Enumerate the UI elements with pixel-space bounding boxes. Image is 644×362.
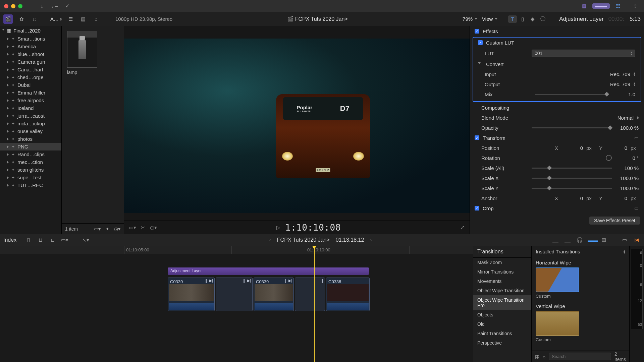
transition-cat-8[interactable]: Perspective [473,338,531,348]
sidebar-item-9[interactable]: ✦Iceland [0,104,61,112]
sidebar-item-8[interactable]: ✦free airpods [0,97,61,104]
transition-cat-7[interactable]: Paint Transitions [473,329,531,338]
transform-checkbox[interactable]: ✓ [475,135,479,140]
audio-skim-icon[interactable]: ⎯⎯ [564,237,572,243]
pill-icon[interactable]: ▬▬▬ [592,3,610,9]
index-button[interactable]: Index [3,237,16,243]
search-input[interactable] [549,353,611,360]
arrow-tool-icon[interactable]: ↖▾ [82,237,90,243]
timeline-ruler[interactable]: 01:10:05:00 01:10:10:00 [0,246,473,254]
timeline-view-icon[interactable]: ▤ [600,237,608,243]
transition-1-thumb[interactable] [536,267,579,292]
clip-2-gap[interactable]: ‖▶| [216,278,253,311]
scalex-value[interactable]: 100.0 % [619,175,639,181]
sidebar-item-14[interactable]: ✦PNG [0,143,61,150]
filter-icon[interactable]: ▭▾ [94,226,101,232]
anchor-y[interactable]: 0 [607,195,627,201]
grid-icon[interactable]: ▦ [580,2,589,10]
sidebar-item-7[interactable]: ✦Emma Miller [0,89,61,97]
share-icon[interactable]: ⇪ [631,2,640,10]
zoom-dropdown[interactable]: 79% [463,16,477,22]
installed-label[interactable]: Installed Transitions [536,249,580,254]
sidebar-item-16[interactable]: ✦rnec…ction [0,158,61,166]
scaleall-slider[interactable] [532,168,612,169]
sidebar-item-18[interactable]: ✦supe…test [0,174,61,181]
display-options-icon[interactable]: ▭▾ [129,225,136,231]
transition-cat-5[interactable]: Objects [473,310,531,319]
position-x[interactable]: 0 [563,145,583,151]
titles-icon[interactable]: ⎌ [30,16,38,22]
skimming-icon[interactable]: ⎯⎯ [551,237,559,243]
sidebar-item-1[interactable]: ✦America [0,43,61,50]
sidebar-item-10[interactable]: ✦jurra…caost [0,112,61,120]
photos-icon[interactable]: ✿ [17,16,25,22]
text-inspector-tab[interactable]: T [508,15,517,23]
transform-onscreen-icon[interactable]: ▭ [634,135,639,140]
sidebar-item-6[interactable]: ✦Dubai [0,81,61,89]
window-minimize[interactable] [11,4,15,8]
fullscreen-icon[interactable]: ⤢ [461,225,465,231]
save-preset-button[interactable]: Save Effects Preset [589,217,640,225]
blend-value[interactable]: Normal [618,115,634,121]
transition-2-thumb[interactable] [536,311,579,336]
mix-value[interactable]: 1.0 [615,92,635,97]
effects-browser-icon[interactable]: ▭ [621,237,629,243]
retime-icon[interactable]: ◷▾ [150,225,157,231]
effects-checkbox[interactable]: ✓ [475,29,479,34]
clock-icon[interactable]: ◷▾ [114,226,120,232]
sidebar-item-0[interactable]: ✦Smar…tions [0,35,61,43]
viewer-timecode[interactable]: 1:10:10:08 [285,223,341,233]
rotation-value[interactable]: 0 ° [619,155,639,161]
mix-slider[interactable] [535,94,608,95]
overwrite-clip-icon[interactable]: ▭▾ [61,237,69,243]
clip-4-gap[interactable]: ‖ [295,278,325,311]
background-tasks-icon[interactable]: ✓ [63,2,72,10]
clip-5[interactable]: C0336 [326,278,370,311]
next-edit-icon[interactable]: › [370,237,372,243]
prev-edit-icon[interactable]: ‹ [269,237,271,243]
position-y[interactable]: 0 [607,145,627,151]
sidebar-item-2[interactable]: ✦blue…shoot [0,50,61,58]
inspector-toggle-icon[interactable]: ☷ [613,2,623,10]
crop-checkbox[interactable]: ✓ [475,206,479,210]
sidebar-item-4[interactable]: ✦Cana…harf [0,66,61,73]
window-close[interactable] [4,4,8,8]
input-value[interactable]: Rec. 709 [610,71,630,77]
import-icon[interactable]: ↓ [37,2,47,10]
filmstrip-icon[interactable]: ☰ [66,16,74,22]
scalex-slider[interactable] [532,178,612,179]
transition-cat-2[interactable]: Movements [473,277,531,286]
window-zoom[interactable] [18,4,22,8]
adjustment-layer-clip[interactable]: Adjustment Layer [168,267,369,275]
transform-tool-icon[interactable]: ✂ [141,225,145,231]
transition-cat-1[interactable]: Mirror Transitions [473,267,531,277]
info-inspector-tab[interactable]: ⓘ [538,15,547,23]
sidebar-item-19[interactable]: ✦TUT…REC [0,181,61,189]
clip-1[interactable]: C0339‖▶| [168,278,215,311]
solo-icon[interactable]: 🎧 [576,237,584,243]
keyword-icon[interactable]: ⌕━ [50,2,59,10]
insert-clip-icon[interactable]: ⊔ [37,237,45,243]
sidebar-item-17[interactable]: ✦scan glitchs [0,166,61,174]
sidebar-item-12[interactable]: ✦ouse valley [0,127,61,135]
crop-onscreen-icon[interactable]: ▭ [634,205,639,211]
scaley-value[interactable]: 100.0 % [619,185,639,191]
playhead[interactable] [314,246,315,362]
customlut-checkbox[interactable]: ✓ [478,40,483,45]
transition-cat-0[interactable]: Mask Zoom [473,258,531,267]
list-icon[interactable]: ▤ [79,16,87,22]
sidebar-item-5[interactable]: ✦ched…orge [0,73,61,81]
opacity-slider[interactable] [532,127,612,128]
connect-clip-icon[interactable]: ⊓ [24,237,33,243]
view-dropdown[interactable]: View [482,16,497,22]
sidebar-item-15[interactable]: ✦Rand…clips [0,150,61,158]
snap-icon[interactable]: ▬▬ [588,237,596,243]
library-header[interactable]: ▦ Final…2020 [0,26,61,35]
convert-label[interactable]: Convert [486,61,504,67]
transition-cat-6[interactable]: Old [473,319,531,329]
clip-thumbnail[interactable] [67,31,97,68]
library-icon[interactable]: 🎬 [3,14,13,24]
generator-inspector-tab[interactable]: ◆ [528,15,537,23]
sidebar-item-13[interactable]: ✦photos [0,135,61,143]
sidebar-item-3[interactable]: ✦Camera gun [0,58,61,66]
